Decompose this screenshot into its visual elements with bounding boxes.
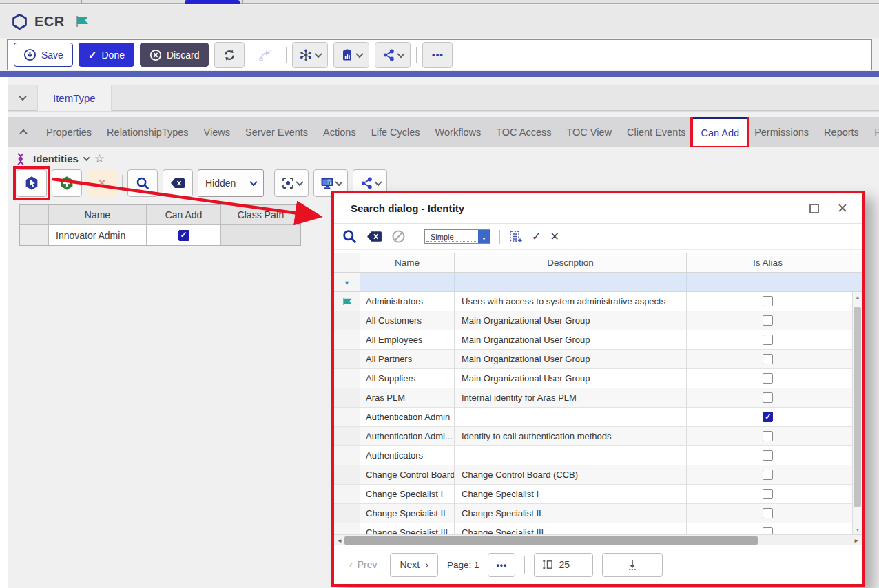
table-row[interactable]: Change Control Board Change Control Boar… [334,465,852,485]
is-alias-checkbox[interactable] [763,373,773,384]
chevron-down-icon[interactable] [83,154,90,161]
tab-properties[interactable]: Properties [39,117,99,147]
close-icon[interactable] [837,200,848,216]
table-row[interactable]: All Suppliers Main Organizational User G… [334,369,852,388]
structure-menu-button[interactable] [292,42,328,68]
share-menu-button[interactable] [375,42,411,68]
select-dropdown-button[interactable] [478,230,490,243]
tab-relationshiptypes[interactable]: RelationshipTypes [99,117,196,147]
tab-poly[interactable]: Poly [867,117,879,147]
column-header-name[interactable]: Name [49,205,147,225]
export-download-button[interactable] [602,553,663,577]
is-alias-checkbox[interactable] [763,470,773,480]
table-row[interactable]: All Partners Main Organizational User Gr… [334,350,852,369]
column-header-class-path[interactable]: Class Path [221,205,300,225]
scrollbar-thumb[interactable] [344,536,758,545]
select-items-button[interactable] [17,169,47,197]
tab-reports[interactable]: Reports [816,117,867,147]
favorite-star-icon[interactable] [94,151,105,166]
chevron-down-icon [296,178,303,186]
tab-views[interactable]: Views [196,117,238,147]
collapse-tabs-button[interactable] [8,117,39,147]
tab-server-events[interactable]: Server Events [238,117,316,147]
table-row[interactable]: Aras PLM Internal identity for Aras PLM [334,388,852,408]
filter-description-cell[interactable] [455,273,687,292]
table-row[interactable]: Authentication Admi... Identity to call … [334,427,852,446]
is-alias-checkbox[interactable] [763,450,773,461]
is-alias-checkbox[interactable] [763,431,773,441]
column-header-description[interactable]: Description [455,253,687,273]
is-alias-checkbox[interactable] [763,296,773,306]
visibility-filter-select[interactable]: Hidden [198,169,264,197]
table-row[interactable]: Administrators Users with access to syst… [334,292,852,311]
can-add-checkbox[interactable] [178,230,189,241]
reports-menu-button[interactable] [333,42,369,68]
confirm-selection-icon[interactable] [532,230,541,243]
filter-is-alias-cell[interactable] [687,273,849,292]
scrollbar-thumb[interactable] [854,307,861,507]
tab-life-cycles[interactable]: Life Cycles [364,117,428,147]
table-row[interactable]: Change Specialist III Change Specialist … [334,523,852,534]
column-header-name[interactable]: Name [360,253,455,273]
multi-select-list-icon[interactable] [509,230,523,244]
table-row[interactable]: All Employees Main Organizational User G… [334,330,852,350]
tab-workflows[interactable]: Workflows [428,117,489,147]
is-alias-checkbox[interactable] [763,508,773,518]
save-button[interactable]: Save [14,43,73,67]
tab-can-add[interactable]: Can Add [693,117,747,147]
filter-name-cell[interactable] [360,273,455,292]
more-pages-button[interactable] [488,553,515,577]
table-row[interactable]: Authentication Admin [334,408,852,427]
focus-view-menu-button[interactable] [274,169,309,197]
scroll-down-arrow[interactable] [853,525,862,534]
tab-label: Views [204,127,230,138]
done-button[interactable]: Done [79,43,134,67]
page-size-control[interactable]: 25 [534,553,593,577]
horizontal-scrollbar[interactable] [334,534,862,545]
search-button[interactable] [127,169,158,197]
search-mode-select[interactable]: Simple [424,229,490,244]
column-header-is-alias[interactable]: Is Alias [687,253,849,273]
next-page-button[interactable]: Next [390,553,437,577]
is-alias-checkbox[interactable] [763,527,773,534]
delete-button-disabled [87,169,117,197]
scroll-left-arrow[interactable] [334,535,345,545]
run-search-icon[interactable] [342,229,358,244]
vertical-scrollbar[interactable] [852,292,862,534]
add-item-button[interactable] [52,169,82,197]
tab-divider [81,0,82,4]
more-actions-button[interactable] [422,42,453,68]
table-row[interactable]: Change Specialist II Change Specialist I… [334,504,852,523]
maximize-icon[interactable] [809,204,819,213]
is-alias-cell [687,388,849,408]
filter-row[interactable] [334,273,862,292]
scroll-right-arrow[interactable] [851,535,862,545]
is-alias-checkbox[interactable] [763,354,773,364]
is-alias-checkbox[interactable] [763,412,773,422]
table-row[interactable]: Change Specialist I Change Specialist I [334,485,852,504]
table-row[interactable]: All Customers Main Organizational User G… [334,311,852,330]
clear-criteria-icon[interactable] [366,231,382,242]
table-row[interactable]: Authenticators [334,446,852,465]
discard-button[interactable]: Discard [140,43,209,67]
tab-toc-access[interactable]: TOC Access [488,117,559,147]
is-alias-checkbox[interactable] [763,489,773,499]
tab-permissions[interactable]: Permissions [747,117,816,147]
is-alias-checkbox[interactable] [763,335,773,345]
tab-toc-view[interactable]: TOC View [559,117,620,147]
is-alias-checkbox[interactable] [763,392,773,403]
cancel-selection-icon[interactable] [550,230,559,243]
collapse-form-button[interactable] [8,95,37,101]
refresh-button[interactable] [214,42,245,68]
tab-actions[interactable]: Actions [316,117,364,147]
row-header-cell [334,446,360,465]
focus-target-icon [281,176,295,190]
active-browser-tab[interactable] [185,0,240,4]
tab-client-events[interactable]: Client Events [619,117,693,147]
scroll-up-arrow[interactable] [853,292,862,302]
is-alias-checkbox[interactable] [763,315,773,326]
table-row[interactable]: Innovator Admin [20,225,300,245]
form-type-tab[interactable]: ItemType [37,85,112,111]
clear-search-button[interactable] [163,169,193,197]
column-header-can-add[interactable]: Can Add [147,205,221,225]
